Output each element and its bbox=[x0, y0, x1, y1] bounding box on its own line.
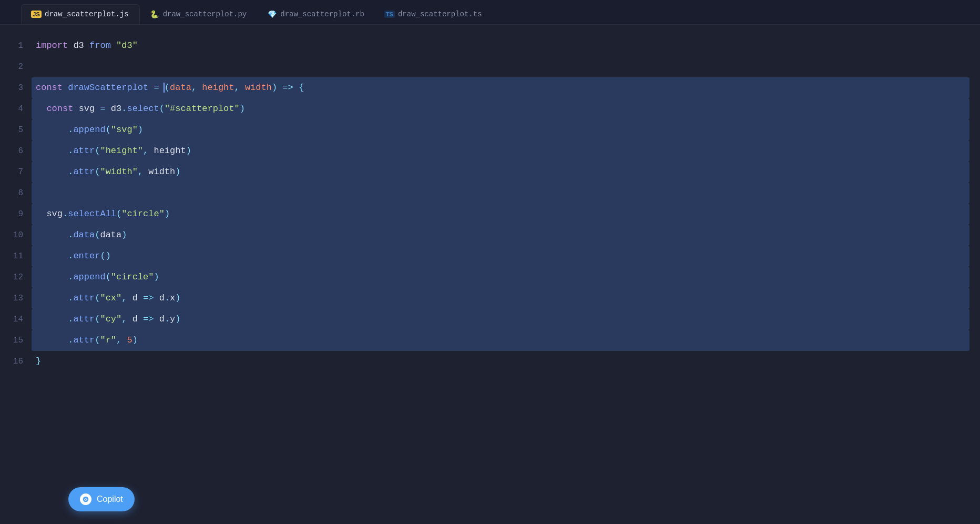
line-number-10: 10 bbox=[11, 230, 32, 240]
code-container: 1 import d3 from "d3" 2 3 const drawScat… bbox=[0, 35, 980, 372]
line-content-11: .enter() bbox=[32, 246, 969, 267]
line-number-12: 12 bbox=[11, 273, 32, 282]
line-number-5: 5 bbox=[11, 125, 32, 135]
line-content-12: .append("circle") bbox=[32, 267, 969, 288]
line-content-14: .attr("cy", d => d.y) bbox=[32, 309, 969, 330]
code-line-7: 7 .attr("width", width) bbox=[11, 162, 969, 183]
code-line-5: 5 .append("svg") bbox=[11, 119, 969, 140]
line-content-3: const drawScatterplot = (data, height, w… bbox=[32, 77, 969, 98]
line-content-1: import d3 from "d3" bbox=[32, 35, 969, 56]
code-line-12: 12 .append("circle") bbox=[11, 267, 969, 288]
code-line-16: 16 } bbox=[11, 351, 969, 372]
line-number-11: 11 bbox=[11, 251, 32, 261]
code-line-3: 3 const drawScatterplot = (data, height,… bbox=[11, 77, 969, 98]
line-number-15: 15 bbox=[11, 336, 32, 345]
copilot-icon bbox=[80, 493, 91, 505]
code-line-9: 9 svg.selectAll("circle") bbox=[11, 204, 969, 225]
line-number-9: 9 bbox=[11, 209, 32, 219]
line-number-2: 2 bbox=[11, 62, 32, 72]
line-number-3: 3 bbox=[11, 83, 32, 93]
line-number-4: 4 bbox=[11, 104, 32, 114]
line-content-16: } bbox=[32, 351, 969, 372]
code-line-4: 4 const svg = d3.select("#scatterplot") bbox=[11, 98, 969, 119]
rb-file-icon bbox=[268, 10, 276, 18]
line-content-5: .append("svg") bbox=[32, 119, 969, 140]
copilot-button[interactable]: Copilot bbox=[68, 487, 135, 511]
tab-bar: draw_scatterplot.js draw_scatterplot.py … bbox=[0, 0, 980, 25]
line-content-7: .attr("width", width) bbox=[32, 162, 969, 183]
tab-rb-label: draw_scatterplot.rb bbox=[280, 10, 364, 18]
line-content-2 bbox=[32, 56, 969, 77]
editor-area: 1 import d3 from "d3" 2 3 const drawScat… bbox=[0, 25, 980, 524]
code-line-14: 14 .attr("cy", d => d.y) bbox=[11, 309, 969, 330]
tab-rb[interactable]: draw_scatterplot.rb bbox=[257, 4, 375, 24]
js-file-icon bbox=[32, 10, 40, 18]
line-content-8 bbox=[32, 183, 969, 204]
line-number-14: 14 bbox=[11, 315, 32, 324]
code-line-1: 1 import d3 from "d3" bbox=[11, 35, 969, 56]
tab-py-label: draw_scatterplot.py bbox=[163, 10, 247, 18]
line-content-10: .data(data) bbox=[32, 225, 969, 246]
tab-js-label: draw_scatterplot.js bbox=[45, 10, 129, 18]
copilot-label: Copilot bbox=[97, 495, 123, 504]
tab-py[interactable]: draw_scatterplot.py bbox=[140, 4, 258, 24]
code-line-6: 6 .attr("height", height) bbox=[11, 140, 969, 162]
line-number-1: 1 bbox=[11, 41, 32, 51]
code-line-13: 13 .attr("cx", d => d.x) bbox=[11, 288, 969, 309]
line-number-6: 6 bbox=[11, 146, 32, 156]
line-content-15: .attr("r", 5) bbox=[32, 330, 969, 351]
copilot-svg bbox=[82, 496, 89, 503]
line-number-16: 16 bbox=[11, 357, 32, 366]
line-number-7: 7 bbox=[11, 167, 32, 177]
tab-js[interactable]: draw_scatterplot.js bbox=[21, 4, 140, 24]
code-line-10: 10 .data(data) bbox=[11, 225, 969, 246]
py-file-icon bbox=[150, 10, 159, 18]
line-number-13: 13 bbox=[11, 294, 32, 303]
tab-ts[interactable]: draw_scatterplot.ts bbox=[375, 4, 493, 24]
line-content-4: const svg = d3.select("#scatterplot") bbox=[32, 98, 969, 119]
line-content-9: svg.selectAll("circle") bbox=[32, 204, 969, 225]
code-line-8: 8 bbox=[11, 183, 969, 204]
line-content-13: .attr("cx", d => d.x) bbox=[32, 288, 969, 309]
tab-ts-label: draw_scatterplot.ts bbox=[398, 10, 482, 18]
line-content-6: .attr("height", height) bbox=[32, 140, 969, 162]
ts-file-icon bbox=[385, 10, 394, 18]
code-line-2: 2 bbox=[11, 56, 969, 77]
code-line-11: 11 .enter() bbox=[11, 246, 969, 267]
code-line-15: 15 .attr("r", 5) bbox=[11, 330, 969, 351]
line-number-8: 8 bbox=[11, 188, 32, 198]
